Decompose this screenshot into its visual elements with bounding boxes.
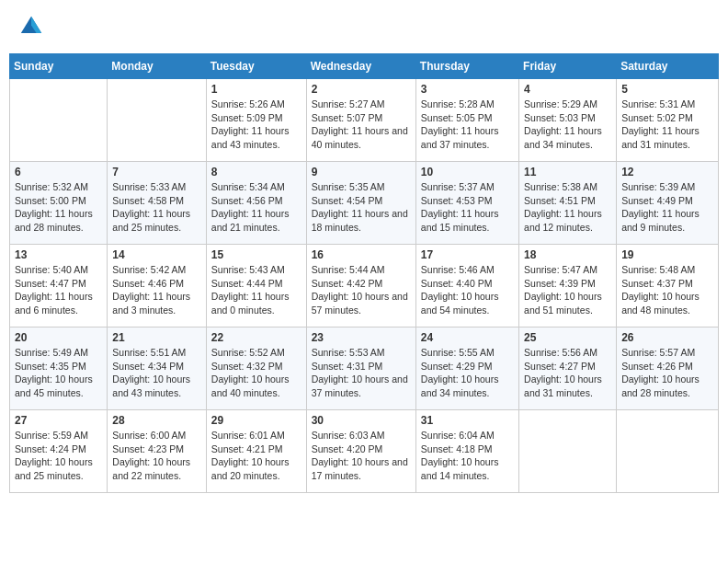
day-info: Sunrise: 5:56 AM Sunset: 4:27 PM Dayligh…: [524, 346, 611, 400]
sunrise-label: Sunrise: 5:59 AM: [15, 430, 88, 441]
daylight-label: Daylight: 11 hours and 9 minutes.: [621, 208, 700, 233]
sunrise-label: Sunrise: 5:40 AM: [15, 264, 88, 275]
calendar-cell: 23 Sunrise: 5:53 AM Sunset: 4:31 PM Dayl…: [306, 327, 415, 410]
sunset-label: Sunset: 4:27 PM: [524, 361, 596, 372]
day-info: Sunrise: 5:39 AM Sunset: 4:49 PM Dayligh…: [621, 180, 713, 235]
day-number: 7: [112, 166, 200, 178]
weekday-header-sunday: Sunday: [10, 54, 108, 79]
daylight-label: Daylight: 11 hours and 0 minutes.: [211, 291, 290, 316]
calendar-cell: 16 Sunrise: 5:44 AM Sunset: 4:42 PM Dayl…: [306, 245, 415, 327]
calendar-week-row: 6 Sunrise: 5:32 AM Sunset: 5:00 PM Dayli…: [10, 162, 719, 245]
sunset-label: Sunset: 4:29 PM: [421, 361, 493, 372]
calendar-cell: 5 Sunrise: 5:31 AM Sunset: 5:02 PM Dayli…: [617, 79, 719, 162]
sunrise-label: Sunrise: 5:46 AM: [421, 264, 495, 275]
sunset-label: Sunset: 4:51 PM: [524, 195, 596, 206]
calendar-cell: 1 Sunrise: 5:26 AM Sunset: 5:09 PM Dayli…: [206, 79, 306, 162]
sunset-label: Sunset: 4:47 PM: [15, 278, 86, 289]
weekday-header-thursday: Thursday: [415, 54, 518, 79]
day-number: 18: [524, 248, 611, 261]
calendar-table: SundayMondayTuesdayWednesdayThursdayFrid…: [9, 53, 719, 493]
day-info: Sunrise: 5:31 AM Sunset: 5:02 PM Dayligh…: [621, 98, 713, 152]
calendar-cell: 24 Sunrise: 5:55 AM Sunset: 4:29 PM Dayl…: [415, 327, 518, 410]
day-info: Sunrise: 5:38 AM Sunset: 4:51 PM Dayligh…: [524, 180, 611, 235]
calendar-cell: [108, 79, 206, 162]
daylight-label: Daylight: 11 hours and 40 minutes.: [312, 125, 408, 150]
day-info: Sunrise: 6:03 AM Sunset: 4:20 PM Dayligh…: [312, 429, 411, 483]
sunset-label: Sunset: 4:56 PM: [211, 195, 283, 206]
logo: [18, 14, 48, 40]
day-info: Sunrise: 5:42 AM Sunset: 4:46 PM Dayligh…: [112, 263, 200, 317]
sunrise-label: Sunrise: 5:56 AM: [524, 347, 597, 358]
sunset-label: Sunset: 4:32 PM: [211, 361, 283, 372]
day-number: 29: [211, 414, 301, 427]
daylight-label: Daylight: 11 hours and 43 minutes.: [211, 125, 290, 150]
calendar-cell: 29 Sunrise: 6:01 AM Sunset: 4:21 PM Dayl…: [206, 410, 306, 493]
sunrise-label: Sunrise: 5:51 AM: [112, 347, 186, 358]
daylight-label: Daylight: 10 hours and 43 minutes.: [112, 373, 190, 398]
calendar-cell: 10 Sunrise: 5:37 AM Sunset: 4:53 PM Dayl…: [415, 162, 518, 245]
day-number: 22: [211, 331, 301, 344]
sunrise-label: Sunrise: 6:04 AM: [421, 430, 495, 441]
sunrise-label: Sunrise: 5:34 AM: [211, 181, 285, 192]
calendar-cell: 17 Sunrise: 5:46 AM Sunset: 4:40 PM Dayl…: [415, 245, 518, 327]
day-number: 3: [421, 83, 514, 96]
day-number: 19: [621, 248, 713, 261]
sunrise-label: Sunrise: 5:47 AM: [524, 264, 597, 275]
day-number: 8: [211, 166, 301, 178]
sunset-label: Sunset: 4:54 PM: [312, 195, 383, 206]
sunrise-label: Sunrise: 5:35 AM: [312, 181, 385, 192]
sunset-label: Sunset: 5:05 PM: [421, 112, 493, 123]
sunset-label: Sunset: 5:02 PM: [621, 112, 693, 123]
sunrise-label: Sunrise: 5:49 AM: [15, 347, 88, 358]
day-number: 28: [112, 414, 200, 427]
sunrise-label: Sunrise: 5:43 AM: [211, 264, 285, 275]
sunrise-label: Sunrise: 5:44 AM: [312, 264, 385, 275]
day-number: 1: [211, 83, 301, 96]
day-number: 11: [524, 166, 611, 178]
sunrise-label: Sunrise: 5:48 AM: [621, 264, 695, 275]
calendar-week-row: 27 Sunrise: 5:59 AM Sunset: 4:24 PM Dayl…: [10, 410, 719, 493]
day-info: Sunrise: 5:35 AM Sunset: 4:54 PM Dayligh…: [312, 180, 411, 235]
day-number: 16: [312, 248, 411, 261]
calendar-cell: 8 Sunrise: 5:34 AM Sunset: 4:56 PM Dayli…: [206, 162, 306, 245]
sunrise-label: Sunrise: 5:31 AM: [621, 98, 695, 109]
day-number: 4: [524, 83, 611, 96]
calendar-cell: 18 Sunrise: 5:47 AM Sunset: 4:39 PM Dayl…: [519, 245, 617, 327]
day-info: Sunrise: 5:33 AM Sunset: 4:58 PM Dayligh…: [112, 180, 200, 235]
sunset-label: Sunset: 4:53 PM: [421, 195, 493, 206]
calendar-cell: 19 Sunrise: 5:48 AM Sunset: 4:37 PM Dayl…: [617, 245, 719, 327]
day-info: Sunrise: 5:29 AM Sunset: 5:03 PM Dayligh…: [524, 98, 611, 152]
day-number: 5: [621, 83, 713, 96]
daylight-label: Daylight: 11 hours and 3 minutes.: [112, 291, 190, 316]
sunset-label: Sunset: 4:23 PM: [112, 443, 184, 454]
day-info: Sunrise: 5:26 AM Sunset: 5:09 PM Dayligh…: [211, 98, 301, 152]
calendar-cell: 7 Sunrise: 5:33 AM Sunset: 4:58 PM Dayli…: [108, 162, 206, 245]
sunrise-label: Sunrise: 5:53 AM: [312, 347, 385, 358]
day-info: Sunrise: 6:04 AM Sunset: 4:18 PM Dayligh…: [421, 429, 514, 483]
sunrise-label: Sunrise: 5:32 AM: [15, 181, 88, 192]
page-header: [9, 9, 719, 44]
sunset-label: Sunset: 4:21 PM: [211, 443, 283, 454]
calendar-cell: 30 Sunrise: 6:03 AM Sunset: 4:20 PM Dayl…: [306, 410, 415, 493]
sunset-label: Sunset: 4:40 PM: [421, 278, 493, 289]
calendar-cell: 31 Sunrise: 6:04 AM Sunset: 4:18 PM Dayl…: [415, 410, 518, 493]
sunrise-label: Sunrise: 5:33 AM: [112, 181, 186, 192]
day-info: Sunrise: 5:51 AM Sunset: 4:34 PM Dayligh…: [112, 346, 200, 400]
calendar-cell: 26 Sunrise: 5:57 AM Sunset: 4:26 PM Dayl…: [617, 327, 719, 410]
day-info: Sunrise: 5:34 AM Sunset: 4:56 PM Dayligh…: [211, 180, 301, 235]
sunset-label: Sunset: 5:03 PM: [524, 112, 596, 123]
day-info: Sunrise: 6:01 AM Sunset: 4:21 PM Dayligh…: [211, 429, 301, 483]
calendar-week-row: 13 Sunrise: 5:40 AM Sunset: 4:47 PM Dayl…: [10, 245, 719, 327]
day-number: 6: [15, 166, 102, 178]
calendar-cell: 9 Sunrise: 5:35 AM Sunset: 4:54 PM Dayli…: [306, 162, 415, 245]
day-number: 23: [312, 331, 411, 344]
sunrise-label: Sunrise: 6:01 AM: [211, 430, 285, 441]
day-number: 25: [524, 331, 611, 344]
daylight-label: Daylight: 10 hours and 57 minutes.: [312, 291, 408, 316]
sunset-label: Sunset: 4:20 PM: [312, 443, 383, 454]
day-info: Sunrise: 5:28 AM Sunset: 5:05 PM Dayligh…: [421, 98, 514, 152]
day-number: 12: [621, 166, 713, 178]
day-info: Sunrise: 5:57 AM Sunset: 4:26 PM Dayligh…: [621, 346, 713, 400]
daylight-label: Daylight: 11 hours and 18 minutes.: [312, 208, 408, 233]
calendar-week-row: 20 Sunrise: 5:49 AM Sunset: 4:35 PM Dayl…: [10, 327, 719, 410]
